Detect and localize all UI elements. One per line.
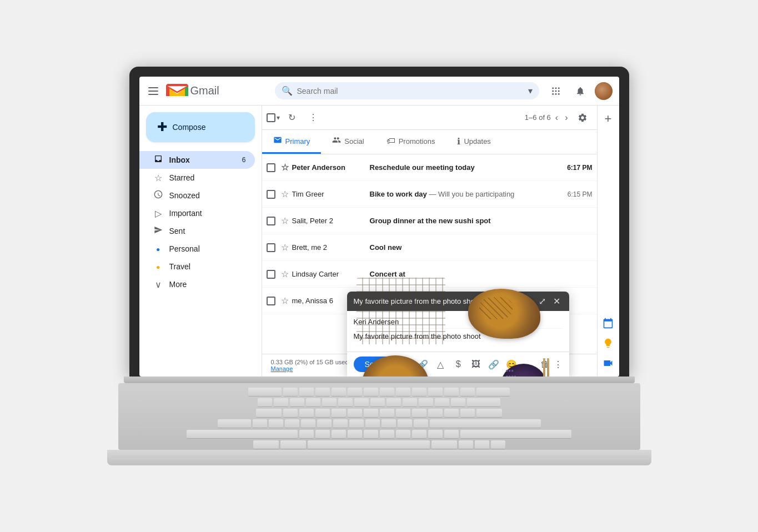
sidebar-item-starred[interactable]: ☆ Starred	[139, 169, 255, 187]
right-sidebar-add-button[interactable]: +	[599, 110, 617, 128]
key-f1	[283, 388, 298, 397]
money-button[interactable]: $	[451, 359, 465, 369]
email-checkbox-5[interactable]	[267, 270, 275, 279]
next-page-button[interactable]: ›	[563, 111, 570, 125]
email-row[interactable]: ☆ Peter Anderson Reschedule our meeting …	[262, 154, 597, 181]
sidebar-item-inbox[interactable]: Inbox 6	[139, 151, 255, 169]
key-row-5	[123, 430, 636, 439]
prev-page-button[interactable]: ‹	[553, 111, 560, 125]
key-o	[412, 409, 426, 418]
refresh-button[interactable]: ↻	[282, 108, 302, 128]
personal-icon: ●	[153, 244, 164, 254]
inbox-label: Inbox	[169, 155, 237, 164]
avatar[interactable]	[595, 82, 613, 100]
email-preview-1: Reschedule our meeting today	[370, 163, 559, 172]
email-checkbox-4[interactable]	[267, 243, 275, 252]
sidebar: ✚ Compose Inbox 6 ☆ Starred	[139, 106, 262, 377]
svg-point-6	[552, 93, 554, 94]
sidebar-item-travel[interactable]: ● Travel	[139, 258, 255, 275]
inbox-icon	[153, 154, 164, 165]
drive-button[interactable]: △	[434, 359, 447, 370]
compose-expand-button[interactable]: ⤢	[537, 296, 548, 307]
travel-label: Travel	[169, 262, 246, 271]
email-star-1[interactable]: ☆	[281, 162, 289, 173]
meet-button[interactable]	[599, 354, 617, 372]
tab-updates[interactable]: ℹ Updates	[446, 130, 501, 154]
key-up-down	[475, 440, 489, 449]
select-dropdown-icon[interactable]: ▾	[275, 113, 281, 123]
key-l	[381, 419, 396, 428]
key-backspace	[467, 398, 500, 407]
email-sender-4: Brett, me 2	[292, 243, 370, 252]
compose-close-button[interactable]: ✕	[551, 296, 563, 307]
email-star-6[interactable]: ☆	[281, 295, 289, 306]
sent-icon	[153, 225, 164, 237]
tab-social[interactable]: Social	[321, 130, 375, 154]
key-z	[299, 430, 314, 439]
key-quote	[414, 419, 428, 428]
key-f3	[315, 388, 330, 397]
link-button[interactable]: 🔗	[487, 359, 500, 370]
key-f12	[460, 388, 475, 397]
image-button[interactable]: 🖼	[469, 359, 483, 369]
laptop-screen: Gmail 🔍 ▾	[139, 77, 619, 377]
key-alt	[280, 440, 306, 449]
email-preview-4: Cool new	[370, 243, 559, 252]
email-time-2: 6:15 PM	[559, 190, 593, 198]
select-all-checkbox[interactable]	[267, 113, 275, 122]
primary-tab-icon	[273, 135, 282, 147]
key-5	[338, 398, 353, 407]
key-bracket-left	[444, 409, 459, 418]
email-checkbox-3[interactable]	[267, 217, 275, 225]
email-preview-3: Group dinner at the new sushi spot	[370, 217, 559, 225]
key-t	[348, 409, 362, 418]
compose-button[interactable]: ✚ Compose	[146, 112, 255, 142]
email-row[interactable]: ☆ Tim Greer Bike to work day — Will you …	[262, 181, 597, 208]
email-sender-2: Tim Greer	[292, 190, 370, 198]
key-f6	[364, 388, 378, 397]
apps-button[interactable]	[546, 81, 566, 101]
menu-button[interactable]	[146, 85, 160, 97]
keep-button[interactable]	[599, 334, 617, 352]
key-esc	[248, 388, 282, 397]
email-checkbox-6[interactable]	[267, 297, 275, 305]
key-w	[299, 409, 314, 418]
key-f4	[332, 388, 346, 397]
avatar-image	[595, 82, 613, 100]
tab-promotions[interactable]: 🏷 Promotions	[375, 130, 446, 154]
settings-button[interactable]	[573, 108, 593, 128]
tab-primary-label: Primary	[285, 137, 310, 145]
main-content: ▾ ↻ ⋮ 1–6 of 6 ‹ ›	[262, 106, 597, 377]
calendar-button[interactable]	[599, 314, 617, 332]
key-f9	[412, 388, 426, 397]
email-checkbox-2[interactable]	[267, 190, 275, 199]
sidebar-item-sent[interactable]: Sent	[139, 222, 255, 240]
email-row[interactable]: ☆ Salit, Peter 2 Group dinner at the new…	[262, 208, 597, 234]
search-input[interactable]	[297, 87, 524, 96]
key-2	[290, 398, 304, 407]
wire-rack	[357, 278, 445, 344]
svg-point-5	[558, 90, 559, 92]
sidebar-item-important[interactable]: ▷ Important	[139, 204, 255, 222]
sidebar-item-personal[interactable]: ● Personal	[139, 240, 255, 258]
email-checkbox-1[interactable]	[267, 163, 275, 172]
key-right	[491, 440, 505, 449]
search-dropdown-icon[interactable]: ▾	[528, 86, 533, 96]
manage-storage-link[interactable]: Manage	[271, 365, 293, 372]
more-toolbar-button[interactable]: ⋮	[303, 108, 323, 128]
sidebar-item-snoozed[interactable]: Snoozed	[139, 187, 255, 204]
email-star-3[interactable]: ☆	[281, 215, 289, 226]
email-star-4[interactable]: ☆	[281, 242, 289, 253]
laptop-keyboard	[118, 383, 640, 450]
notifications-button[interactable]	[570, 81, 590, 101]
search-bar[interactable]: 🔍 ▾	[275, 82, 539, 99]
utensils	[543, 358, 557, 377]
right-sidebar: +	[597, 106, 619, 377]
key-f7	[380, 388, 394, 397]
tab-primary[interactable]: Primary	[262, 130, 322, 154]
email-row[interactable]: ☆ Brett, me 2 Cool new	[262, 234, 597, 261]
email-star-2[interactable]: ☆	[281, 189, 289, 199]
sidebar-item-more[interactable]: ∨ More	[139, 275, 255, 293]
select-all-check[interactable]: ▾	[267, 113, 281, 123]
email-star-5[interactable]: ☆	[281, 269, 289, 279]
